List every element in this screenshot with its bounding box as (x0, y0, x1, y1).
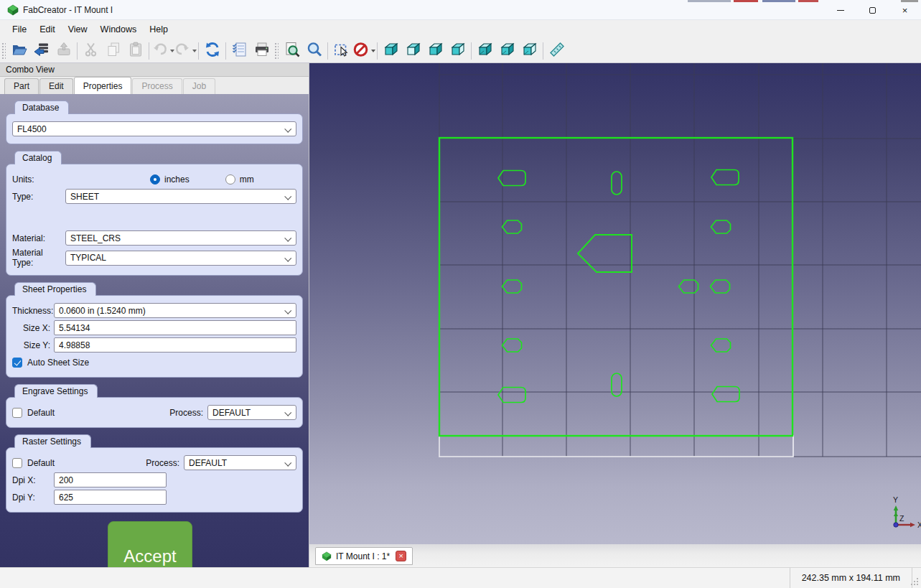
units-inches-label: inches (164, 174, 190, 185)
toolbar-drag-handle[interactable] (1, 42, 6, 60)
pentagon-cutout (578, 235, 632, 272)
fit-all-button[interactable] (281, 40, 303, 62)
undo-button (151, 40, 174, 62)
material-select[interactable]: STEEL_CRS (65, 230, 296, 246)
auto-sheet-size-checkbox[interactable] (12, 358, 22, 368)
cut-icon (83, 41, 100, 61)
checklist-icon (231, 41, 248, 61)
size-x-field[interactable] (54, 320, 296, 335)
hole-hex (502, 280, 522, 293)
view-right-button[interactable] (447, 40, 469, 62)
paste-button (124, 40, 146, 62)
checklist-button[interactable] (228, 40, 251, 62)
type-value: SHEET (70, 192, 99, 202)
minimize-button[interactable] (824, 0, 856, 20)
raster-default-checkbox[interactable] (12, 458, 22, 468)
close-button[interactable]: × (889, 0, 921, 20)
view-rear-icon (477, 41, 494, 61)
thickness-value: 0.0600 in (1.5240 mm) (59, 306, 146, 316)
draw-style-button[interactable] (352, 40, 375, 62)
document-tab-close-icon[interactable]: × (396, 551, 406, 561)
menu-view[interactable]: View (62, 22, 94, 37)
type-select[interactable]: SHEET (65, 189, 296, 204)
refresh-icon (204, 41, 221, 61)
toolbar-separator (198, 42, 199, 60)
axis-z-label: Z (899, 514, 904, 523)
engrave-settings-group: Engrave Settings Default Process: DEFAUL… (6, 383, 303, 428)
database-select[interactable]: FL4500 (12, 121, 296, 136)
print-button[interactable] (251, 40, 273, 62)
dpi-x-field[interactable] (54, 472, 167, 487)
hole-capsule (612, 172, 622, 195)
window-title: FabCreator - IT Mount I (23, 5, 113, 15)
open-file-icon (11, 41, 28, 61)
view-top-button[interactable] (424, 40, 447, 62)
accept-button[interactable]: Accept (108, 521, 192, 567)
size-x-label: Size X: (12, 323, 54, 333)
viewport-3d[interactable]: XYZ (309, 63, 921, 544)
tab-properties[interactable]: Properties (74, 77, 132, 94)
thickness-select[interactable]: 0.0600 in (1.5240 mm) (54, 303, 296, 318)
viewport-canvas: XYZ (309, 63, 921, 544)
menu-help[interactable]: Help (143, 22, 174, 37)
material-value: STEEL_CRS (70, 233, 121, 243)
paste-icon (127, 41, 144, 61)
axis-y-arrow2 (894, 513, 898, 516)
combo-view-panel: Combo View PartEditPropertiesProcessJob … (0, 63, 309, 567)
engrave-process-select[interactable]: DEFAULT (207, 405, 296, 420)
title-bar: FabCreator - IT Mount I × (0, 0, 921, 20)
material-type-select[interactable]: TYPICAL (65, 251, 296, 266)
raster-default-label: Default (27, 458, 55, 468)
toolbar-separator (327, 42, 328, 60)
export-icon (55, 41, 73, 61)
toolbar-separator (377, 42, 378, 60)
open-file-button[interactable] (8, 40, 30, 62)
screen-artifact (762, 0, 795, 2)
dpi-y-label: Dpi Y: (12, 493, 54, 503)
dimensions-text: 242.35 mm x 194.11 mm (802, 573, 900, 583)
chevron-down-icon[interactable] (192, 50, 197, 52)
cut-button (80, 40, 102, 62)
view-front-button[interactable] (402, 40, 424, 62)
hole-hex (502, 220, 522, 233)
size-y-field[interactable] (54, 337, 296, 353)
resize-grip[interactable] (917, 584, 918, 585)
refresh-button[interactable] (201, 40, 223, 62)
combo-view-tabs: PartEditPropertiesProcessJob (0, 77, 309, 94)
menu-file[interactable]: File (6, 22, 33, 37)
view-isometric-button[interactable] (380, 40, 402, 62)
import-button[interactable] (30, 40, 52, 62)
raster-process-select[interactable]: DEFAULT (184, 455, 296, 470)
units-inches-radio[interactable] (150, 174, 160, 185)
zoom-button[interactable] (303, 40, 325, 62)
view-top-icon (427, 41, 444, 61)
axis-z-dot (894, 523, 898, 527)
hole-hex (502, 339, 522, 352)
tab-edit[interactable]: Edit (39, 78, 73, 94)
view-bottom-button[interactable] (496, 40, 518, 62)
box-select-button[interactable] (330, 40, 352, 62)
document-tab-label: IT Mount I : 1* (336, 551, 390, 561)
menu-edit[interactable]: Edit (33, 22, 62, 37)
material-label: Material: (12, 233, 65, 243)
chevron-down-icon[interactable] (371, 50, 375, 52)
toolbar-drag-handle[interactable] (274, 42, 279, 60)
axis-x-arrow (910, 523, 915, 527)
view-rear-button[interactable] (474, 40, 496, 62)
maximize-button[interactable] (856, 0, 889, 20)
combo-view-header: Combo View (0, 63, 309, 77)
dpi-y-field[interactable] (54, 490, 167, 505)
catalog-group: Catalog Units: inches mm Type: SHEET (6, 150, 303, 276)
hole-hex (679, 280, 698, 293)
view-left-button[interactable] (518, 40, 541, 62)
measure-button[interactable] (546, 40, 568, 62)
database-group-label: Database (14, 101, 69, 114)
units-mm-radio[interactable] (225, 174, 235, 185)
engrave-default-checkbox[interactable] (12, 408, 22, 418)
tab-part[interactable]: Part (4, 78, 39, 94)
import-icon (33, 41, 50, 61)
axis-x-label: X (917, 521, 921, 529)
document-tab[interactable]: IT Mount I : 1* × (315, 547, 413, 565)
properties-pane: Database FL4500 Catalog Units: inches (0, 94, 309, 567)
menu-windows[interactable]: Windows (94, 22, 144, 37)
